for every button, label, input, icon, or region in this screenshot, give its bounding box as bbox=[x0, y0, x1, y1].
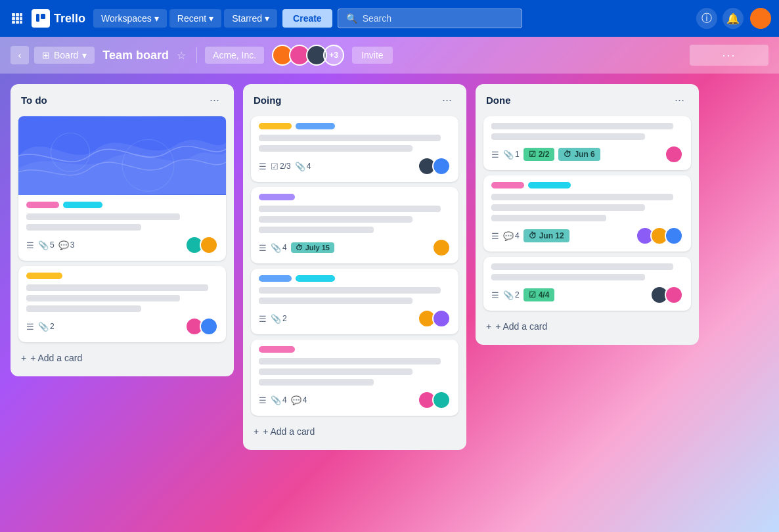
notifications-button[interactable]: 🔔 bbox=[723, 8, 744, 29]
invite-button[interactable]: Invite bbox=[352, 47, 392, 64]
workspaces-menu[interactable]: Workspaces ▾ bbox=[93, 9, 167, 28]
card-footer: ☰ 📎 5 💬 3 bbox=[26, 236, 218, 254]
card-avatar[interactable] bbox=[432, 309, 451, 328]
attachment-count: 2 bbox=[50, 322, 55, 331]
attachment-icon: 📎 4 bbox=[271, 243, 287, 253]
member-avatar-count[interactable]: +3 bbox=[323, 45, 344, 66]
due-date-badge: ⏱ Jun 6 bbox=[558, 148, 600, 161]
card-todo-2[interactable]: ☰ 📎 2 bbox=[18, 266, 226, 342]
card-avatar[interactable] bbox=[432, 157, 451, 175]
card-avatar[interactable] bbox=[665, 286, 683, 304]
card-meta: ☰ 📎 2 bbox=[259, 314, 412, 324]
board-content: To do ··· bbox=[0, 74, 779, 460]
due-date-text: Jun 6 bbox=[574, 150, 594, 159]
card-avatar[interactable] bbox=[200, 236, 218, 254]
card-text bbox=[259, 298, 412, 304]
card-text bbox=[259, 206, 441, 212]
due-date-badge: ⏱ Jun 12 bbox=[523, 229, 569, 242]
due-date-text: July 15 bbox=[305, 244, 330, 252]
attachment-icon: 📎 2 bbox=[38, 322, 55, 332]
star-button[interactable]: ☆ bbox=[174, 47, 189, 64]
comment-icon: 💬 4 bbox=[503, 231, 520, 241]
card-doing-1[interactable]: ☰ ☑ 2/3 📎 4 bbox=[251, 116, 458, 182]
card-avatar[interactable] bbox=[200, 317, 218, 336]
column-done: Done ··· ☰ 📎 1 ☑ 2/2 ⏱ Jun 6 bbox=[476, 84, 699, 345]
workspaces-chevron-icon: ▾ bbox=[154, 13, 159, 24]
card-avatar[interactable] bbox=[432, 238, 451, 257]
column-todo-title: To do bbox=[21, 95, 47, 106]
starred-menu[interactable]: Starred ▾ bbox=[224, 9, 277, 28]
recent-label: Recent bbox=[177, 13, 206, 24]
card-labels bbox=[26, 273, 218, 279]
card-footer: ☰ 📎 2 bbox=[26, 317, 218, 336]
card-doing-4[interactable]: ☰ 📎 4 💬 4 bbox=[251, 340, 458, 416]
card-done-1[interactable]: ☰ 📎 1 ☑ 2/2 ⏱ Jun 6 bbox=[483, 116, 691, 170]
card-doing-3[interactable]: ☰ 📎 2 bbox=[251, 269, 458, 334]
create-button[interactable]: Create bbox=[282, 9, 332, 28]
trello-logo[interactable]: Trello bbox=[32, 9, 85, 28]
info-button[interactable]: ⓘ bbox=[696, 8, 717, 29]
label bbox=[26, 202, 59, 208]
card-avatar[interactable] bbox=[665, 227, 683, 245]
workspace-name: Acme, Inc. bbox=[213, 50, 256, 60]
card-labels bbox=[259, 346, 451, 353]
comment-count: 4 bbox=[515, 231, 520, 240]
card-avatars bbox=[636, 227, 683, 245]
svg-rect-2 bbox=[20, 13, 22, 16]
sidebar-toggle[interactable]: ‹ bbox=[11, 46, 29, 64]
label bbox=[259, 123, 292, 129]
comment-icon: 💬 3 bbox=[58, 240, 75, 250]
column-done-title: Done bbox=[486, 95, 511, 106]
search-bar[interactable]: 🔍 Search bbox=[338, 9, 522, 28]
add-card-icon: + bbox=[486, 321, 491, 332]
chevron-left-icon: ‹ bbox=[18, 50, 22, 60]
column-done-menu[interactable]: ··· bbox=[671, 92, 688, 108]
card-text bbox=[259, 145, 412, 152]
add-card-doing[interactable]: + + Add a card bbox=[251, 421, 458, 442]
card-text bbox=[259, 379, 374, 386]
star-icon: ☆ bbox=[177, 50, 186, 61]
attachment-count: 2 bbox=[515, 290, 520, 299]
info-icon: ⓘ bbox=[701, 12, 712, 26]
board-view-button[interactable]: ⊞ Board ▾ bbox=[34, 47, 95, 64]
column-doing-menu[interactable]: ··· bbox=[438, 92, 456, 108]
card-avatar[interactable] bbox=[665, 145, 683, 164]
checklist-badge: ☑ 2/2 bbox=[523, 148, 555, 161]
more-options-button[interactable]: ··· bbox=[690, 45, 768, 66]
card-footer: ☰ 📎 2 ☑ 4/4 bbox=[491, 286, 683, 304]
card-labels bbox=[491, 182, 683, 188]
attachment-count: 5 bbox=[50, 240, 55, 250]
recent-menu[interactable]: Recent ▾ bbox=[169, 9, 221, 28]
card-text bbox=[491, 274, 645, 280]
svg-rect-4 bbox=[16, 17, 19, 20]
card-avatars bbox=[185, 236, 218, 254]
clock-icon: ⏱ bbox=[529, 231, 537, 240]
card-meta: ☰ 📎 2 ☑ 4/4 bbox=[491, 288, 645, 301]
card-meta: ☰ 📎 4 ⏱ July 15 bbox=[259, 242, 427, 253]
attachment-count: 2 bbox=[282, 314, 287, 323]
add-card-todo[interactable]: + + Add a card bbox=[18, 347, 226, 368]
card-text bbox=[259, 216, 412, 223]
card-text bbox=[259, 227, 374, 233]
card-doing-2[interactable]: ☰ 📎 4 ⏱ July 15 bbox=[251, 187, 458, 263]
workspace-badge[interactable]: Acme, Inc. bbox=[205, 47, 264, 64]
recent-chevron-icon: ▾ bbox=[209, 13, 213, 24]
grid-icon[interactable] bbox=[8, 9, 26, 28]
label bbox=[259, 194, 295, 200]
card-meta: ☰ 📎 5 💬 3 bbox=[26, 240, 180, 250]
card-labels bbox=[259, 123, 451, 129]
card-todo-1[interactable]: ☰ 📎 5 💬 3 bbox=[18, 116, 226, 261]
column-todo-menu[interactable]: ··· bbox=[206, 92, 223, 108]
card-done-2[interactable]: ☰ 💬 4 ⏱ Jun 12 bbox=[483, 175, 691, 252]
top-nav: Trello Workspaces ▾ Recent ▾ Starred ▾ C… bbox=[0, 0, 779, 37]
card-done-3[interactable]: ☰ 📎 2 ☑ 4/4 bbox=[483, 257, 691, 311]
svg-rect-10 bbox=[41, 14, 45, 19]
comment-icon: 💬 4 bbox=[291, 395, 307, 405]
card-text bbox=[26, 213, 180, 220]
clock-icon: ⏱ bbox=[296, 244, 303, 252]
user-avatar[interactable] bbox=[750, 8, 771, 29]
card-avatar[interactable] bbox=[432, 391, 451, 409]
due-date-text: Jun 12 bbox=[539, 231, 564, 240]
description-icon: ☰ bbox=[26, 322, 34, 332]
add-card-done[interactable]: + + Add a card bbox=[483, 316, 691, 337]
